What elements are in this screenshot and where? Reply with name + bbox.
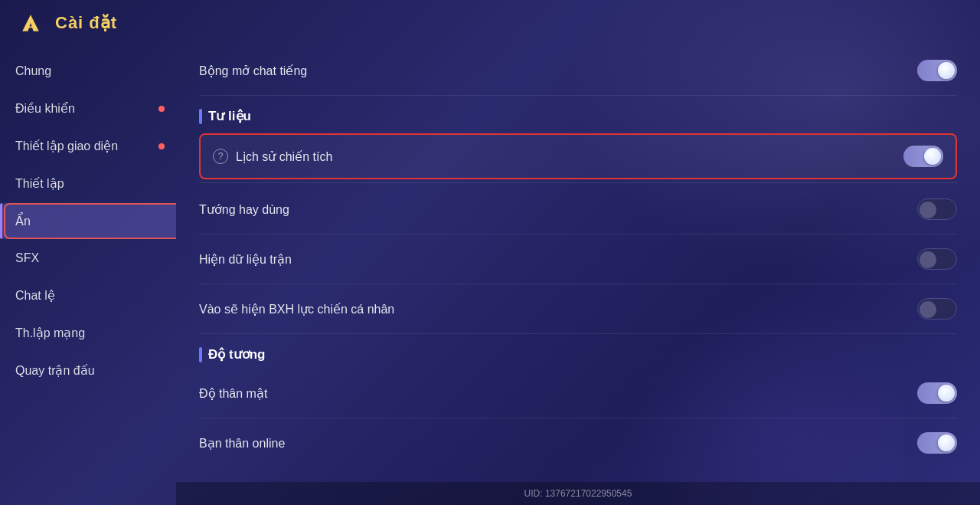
setting-row-ban-than-online: Bạn thân online [199, 418, 957, 467]
notification-dot [158, 106, 165, 112]
sidebar-item-label: SFX [15, 251, 39, 265]
toggle-do-than-mat[interactable] [917, 382, 957, 404]
sidebar-item-label: Chat lệ [15, 288, 55, 303]
setting-row-vao-se-hien: Vào sẽ hiện BXH lực chiến cá nhân [199, 284, 957, 334]
setting-row-do-than-mat: Độ thân mật [199, 369, 957, 418]
sidebar-item-label: Ẩn [15, 214, 31, 228]
logo-icon [15, 8, 46, 38]
section-bar [199, 109, 202, 124]
setting-label: Tướng hay dùng [199, 202, 289, 217]
section-title: Độ tương [208, 346, 265, 362]
toggle-thumb [920, 301, 936, 318]
sidebar-item-quay-tran-dau[interactable]: Quay trận đấu [0, 353, 176, 389]
sidebar-item-label: Thiết lập [15, 176, 64, 191]
help-icon[interactable]: ? [213, 149, 228, 164]
setting-row-tuong-hay-dung: Tướng hay dùng [199, 185, 957, 234]
toggle-tuong-hay-dung[interactable] [917, 198, 957, 220]
toggle-thumb [938, 385, 955, 402]
main-content: Bộng mở chat tiếng Tư liệu ? Lịch sử chi… [176, 46, 980, 505]
sidebar-item-dieu-khien[interactable]: Điều khiển [0, 90, 176, 126]
sidebar: Chung Điều khiển Thiết lập giao diện Thi… [0, 46, 176, 505]
setting-label: Bộng mở chat tiếng [199, 64, 307, 78]
sidebar-item-label: Quay trận đấu [15, 363, 95, 378]
sidebar-item-label: Thiết lập giao diện [15, 139, 118, 153]
section-do-tuong: Độ tương [199, 334, 957, 369]
divider [199, 182, 957, 183]
header: Cài đặt [0, 0, 980, 46]
sidebar-item-label: Chung [15, 64, 51, 78]
notification-dot [158, 143, 165, 149]
sidebar-item-sfx[interactable]: SFX [0, 241, 176, 276]
page-title: Cài đặt [55, 13, 117, 33]
setting-label: Hiện dữ liệu trận [199, 252, 292, 267]
logo-svg [17, 9, 44, 37]
toggle-bong-mo[interactable] [917, 60, 957, 81]
sidebar-item-th-lap-mang[interactable]: Th.lập mạng [0, 315, 176, 351]
uid-text: UID: 13767217022950545 [524, 488, 632, 499]
toggle-thumb [924, 148, 941, 165]
setting-label: Độ thân mật [199, 386, 267, 401]
toggle-thumb [920, 202, 936, 218]
setting-row-hien-du-lieu: Hiện dữ liệu trận [199, 234, 957, 284]
toggle-thumb [938, 434, 955, 451]
toggle-thumb [920, 251, 936, 268]
sidebar-item-label: Th.lập mạng [15, 326, 85, 340]
toggle-hien-du-lieu[interactable] [917, 248, 957, 270]
section-tu-lieu: Tư liệu [199, 96, 957, 130]
setting-row-bong-mo: Bộng mở chat tiếng [199, 46, 957, 96]
uid-bar: UID: 13767217022950545 [176, 482, 980, 505]
setting-label-lich-su: ? Lịch sử chiến tích [213, 149, 332, 164]
sidebar-item-thiet-lap-giao-dien[interactable]: Thiết lập giao diện [0, 128, 176, 164]
sidebar-item-thiet-lap[interactable]: Thiết lập [0, 166, 176, 202]
toggle-vao-se-hien[interactable] [917, 298, 957, 320]
toggle-thumb [938, 62, 955, 79]
sidebar-item-an[interactable]: Ẩn [0, 203, 176, 239]
toggle-ban-than-online[interactable] [917, 432, 957, 454]
section-bar [199, 347, 202, 362]
sidebar-item-chat-le[interactable]: Chat lệ [0, 277, 176, 313]
highlighted-setting-row: ? Lịch sử chiến tích [199, 133, 957, 179]
sidebar-item-label: Điều khiển [15, 101, 75, 116]
sidebar-item-chung[interactable]: Chung [0, 54, 176, 89]
toggle-lich-su[interactable] [903, 146, 943, 167]
setting-label: Vào sẽ hiện BXH lực chiến cá nhân [199, 302, 394, 316]
setting-label: Bạn thân online [199, 436, 285, 451]
layout: Chung Điều khiển Thiết lập giao diện Thi… [0, 46, 980, 505]
section-title: Tư liệu [208, 108, 251, 124]
